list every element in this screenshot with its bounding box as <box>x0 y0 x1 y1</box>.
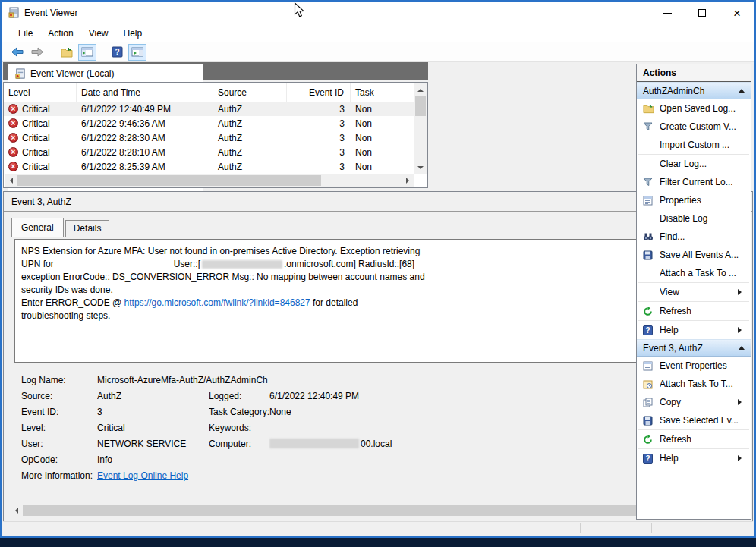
action-help-event[interactable]: Help <box>637 449 751 467</box>
action-filter-current-log[interactable]: Filter Current Lo... <box>637 173 751 191</box>
maximize-button[interactable] <box>685 2 720 24</box>
redacted-computer-text <box>269 439 359 448</box>
menu-view[interactable]: View <box>81 24 116 42</box>
scrollbar-thumb[interactable] <box>23 505 702 516</box>
close-button[interactable] <box>720 2 754 24</box>
action-import-custom-view[interactable]: Import Custom ... <box>637 136 751 154</box>
menu-help[interactable]: Help <box>116 24 150 42</box>
action-event-properties[interactable]: Event Properties <box>637 357 751 375</box>
window-title: Event Viewer <box>24 8 77 18</box>
collapse-section-icon[interactable] <box>739 86 745 93</box>
error-code-link[interactable]: https://go.microsoft.com/fwlink/?linkid=… <box>124 297 310 308</box>
desktop-strip <box>0 538 756 547</box>
properties-icon <box>643 196 660 206</box>
help-icon: ? <box>112 46 123 58</box>
event-list-vertical-scrollbar[interactable] <box>414 83 427 174</box>
scroll-left-arrow[interactable] <box>10 505 22 517</box>
submenu-arrow-icon <box>738 289 745 295</box>
event-list: Level Date and Time Source Event ID Task… <box>3 82 428 188</box>
critical-icon <box>8 147 18 157</box>
title-bar[interactable]: Event Viewer <box>2 2 754 24</box>
event-row[interactable]: Critical 6/1/2022 12:40:49 PM AuthZ 3 No… <box>4 102 414 116</box>
task-clock-icon <box>643 379 660 389</box>
column-header-event-id[interactable]: Event ID <box>287 83 351 102</box>
console-tree-toggle-button[interactable] <box>78 44 96 61</box>
actions-pane-title: Actions <box>637 64 751 82</box>
action-save-selected-events[interactable]: Save Selected Ev... <box>637 411 751 429</box>
action-clear-log[interactable]: Clear Log... <box>637 155 751 173</box>
action-properties[interactable]: Properties <box>637 191 751 209</box>
action-save-all-events[interactable]: Save All Events A... <box>637 246 751 264</box>
field-value-user: NETWORK SERVICE <box>97 435 209 451</box>
scrollbar-thumb[interactable] <box>415 96 426 116</box>
action-refresh[interactable]: Refresh <box>637 302 751 320</box>
status-bar <box>3 521 753 535</box>
menu-file[interactable]: File <box>11 24 40 42</box>
action-attach-task-to-log[interactable]: Attach a Task To ... <box>637 264 751 282</box>
filter-icon <box>643 178 660 187</box>
column-header-task[interactable]: Task <box>351 83 414 102</box>
event-viewer-app-icon <box>8 7 20 19</box>
menu-action[interactable]: Action <box>40 24 80 42</box>
event-row[interactable]: Critical 6/1/2022 8:28:10 AM AuthZ 3 Non <box>4 145 414 159</box>
open-saved-log-button[interactable] <box>58 44 76 61</box>
find-binoculars-icon <box>643 232 660 241</box>
tab-general[interactable]: General <box>11 218 64 237</box>
action-pane-toggle-button[interactable] <box>128 44 146 61</box>
help-icon <box>643 454 660 464</box>
field-label: Task Category: <box>209 404 269 420</box>
back-button[interactable] <box>8 44 26 61</box>
tab-details[interactable]: Details <box>65 220 110 237</box>
collapse-section-icon[interactable] <box>739 343 745 350</box>
console-tree-icon <box>81 47 93 57</box>
action-attach-task-to-event[interactable]: Attach Task To T... <box>637 375 751 393</box>
event-list-header-row: Level Date and Time Source Event ID Task <box>4 83 414 102</box>
action-refresh-event[interactable]: Refresh <box>637 430 751 448</box>
action-disable-log[interactable]: Disable Log <box>637 209 751 228</box>
minimize-button[interactable] <box>650 2 685 24</box>
field-label: OpCode: <box>21 451 97 467</box>
action-create-custom-view[interactable]: Create Custom V... <box>637 118 751 136</box>
field-label: User: <box>21 435 97 451</box>
help-button[interactable]: ? <box>108 44 126 61</box>
action-copy[interactable]: Copy <box>637 393 751 411</box>
scroll-left-arrow[interactable] <box>5 174 17 187</box>
save-floppy-icon <box>643 416 660 426</box>
properties-icon <box>643 361 660 371</box>
critical-icon <box>8 104 18 114</box>
event-log-online-help-link[interactable]: Event Log Online Help <box>97 470 188 481</box>
column-header-source[interactable]: Source <box>213 83 287 102</box>
event-list-horizontal-scrollbar[interactable] <box>5 174 414 187</box>
help-icon <box>643 325 660 335</box>
scroll-right-arrow[interactable] <box>402 174 414 187</box>
menu-bar: File Action View Help <box>2 24 754 42</box>
redacted-user-text <box>202 260 282 269</box>
actions-pane: Actions AuthZAdminCh Open Saved Log... C… <box>636 64 751 520</box>
event-row[interactable]: Critical 6/1/2022 9:46:36 AM AuthZ 3 Non <box>4 116 414 130</box>
scroll-up-arrow[interactable] <box>414 83 427 96</box>
field-value-source: AuthZ <box>97 388 209 404</box>
scrollbar-thumb[interactable] <box>17 175 321 186</box>
event-row[interactable]: Critical 6/1/2022 8:28:30 AM AuthZ 3 Non <box>4 130 414 145</box>
column-header-date-time[interactable]: Date and Time <box>77 83 213 102</box>
forward-arrow-icon <box>31 47 44 57</box>
action-view[interactable]: View <box>637 283 751 301</box>
detail-title: Event 3, AuthZ <box>11 196 737 207</box>
event-row[interactable]: Critical 6/1/2022 8:25:39 AM AuthZ 3 Non <box>4 159 414 174</box>
event-description[interactable]: NPS Extension for Azure MFA: User not fo… <box>14 239 742 363</box>
results-pane: AuthZAdminCh Number of events: 953 Level… <box>3 62 428 518</box>
action-open-saved-log[interactable]: Open Saved Log... <box>637 99 751 118</box>
field-label: More Information: <box>21 467 97 483</box>
actions-section-authzadminch[interactable]: AuthZAdminCh <box>637 82 751 99</box>
scroll-down-arrow[interactable] <box>414 162 427 174</box>
column-header-level[interactable]: Level <box>4 83 77 102</box>
action-pane-icon <box>131 47 143 57</box>
tree-item-event-viewer-local[interactable]: Event Viewer (Local) <box>8 67 203 80</box>
actions-section-event3-authz[interactable]: Event 3, AuthZ <box>637 339 751 357</box>
toolbar: ? <box>2 42 754 62</box>
critical-icon <box>8 162 18 171</box>
action-find[interactable]: Find... <box>637 228 751 246</box>
action-help[interactable]: Help <box>637 321 751 339</box>
forward-button[interactable] <box>28 44 46 61</box>
toolbar-separator <box>102 46 102 59</box>
